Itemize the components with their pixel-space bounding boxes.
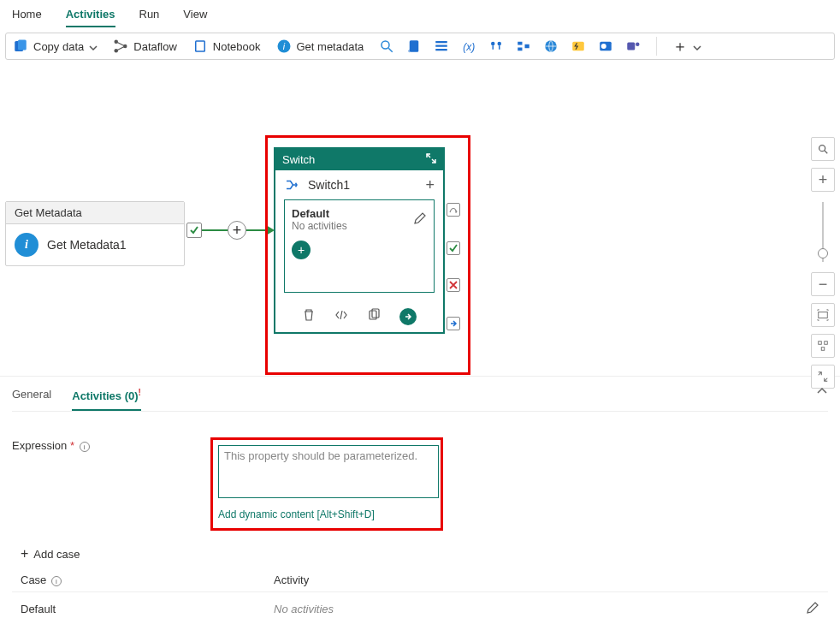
- info-icon[interactable]: i: [80, 442, 90, 452]
- svg-point-9: [382, 41, 389, 49]
- zoom-slider[interactable]: [822, 202, 824, 262]
- svg-rect-34: [821, 348, 825, 351]
- tab-activities[interactable]: Activities (0)!: [72, 385, 141, 411]
- notebook-button[interactable]: Notebook: [192, 39, 261, 54]
- case-activity: No activities: [274, 603, 785, 615]
- add-case-button[interactable]: + Add case: [21, 546, 828, 562]
- svg-rect-18: [518, 42, 523, 45]
- activity-column-label: Activity: [274, 573, 309, 586]
- svg-point-4: [123, 45, 127, 49]
- zoom-out-button[interactable]: −: [811, 272, 835, 296]
- switch-default-case[interactable]: Default No activities +: [284, 199, 435, 293]
- add-activity-button[interactable]: +: [292, 241, 311, 259]
- svg-rect-6: [196, 42, 204, 51]
- zoom-slider-handle[interactable]: [818, 248, 828, 258]
- info-icon[interactable]: i: [51, 576, 62, 586]
- config-icon[interactable]: [488, 39, 504, 54]
- svg-rect-13: [436, 45, 448, 47]
- zoom-in-button[interactable]: +: [811, 168, 835, 192]
- svg-rect-31: [819, 312, 828, 318]
- svg-rect-12: [436, 41, 448, 43]
- switch-name-row: Switch1 +: [275, 170, 443, 199]
- svg-point-29: [819, 146, 825, 152]
- svg-line-10: [389, 48, 393, 52]
- svg-rect-11: [410, 40, 419, 52]
- pipeline-canvas[interactable]: Get Metadata i Get Metadata1 + Switch Sw…: [0, 60, 840, 377]
- code-icon[interactable]: [334, 308, 348, 325]
- copy-data-button[interactable]: Copy data: [13, 39, 98, 54]
- case-table-header: Case i Activity: [12, 568, 828, 592]
- case-column-label: Case: [21, 573, 46, 586]
- plus-icon: +: [21, 546, 28, 562]
- top-nav: Home Activities Run View: [0, 0, 840, 27]
- switch-node-name: Switch1: [308, 178, 350, 192]
- expression-row: Expression * i Add dynamic content [Alt+…: [12, 437, 828, 531]
- list-icon[interactable]: [434, 39, 449, 54]
- svg-rect-32: [819, 342, 822, 345]
- power-icon[interactable]: [571, 39, 586, 54]
- add-case-icon[interactable]: +: [425, 179, 435, 191]
- search-canvas-icon[interactable]: [811, 137, 835, 161]
- pencil-icon[interactable]: [806, 604, 819, 617]
- svg-point-24: [601, 44, 606, 49]
- toolbar-separator: [656, 37, 657, 56]
- chevron-down-icon: [89, 42, 98, 51]
- svg-point-2: [115, 40, 119, 45]
- zoom-controls: + −: [811, 137, 835, 389]
- highlight-box: Add dynamic content [Alt+Shift+D]: [210, 437, 443, 531]
- dataflow-label: Dataflow: [133, 40, 177, 53]
- tab-run[interactable]: Run: [139, 5, 160, 27]
- get-metadata-node[interactable]: Get Metadata i Get Metadata1: [5, 201, 185, 266]
- get-metadata-node-body: i Get Metadata1: [6, 224, 184, 265]
- search-icon[interactable]: [379, 39, 394, 54]
- copy-data-icon: [13, 39, 28, 54]
- dataflow-icon: [113, 39, 128, 54]
- outlook-icon[interactable]: [598, 39, 613, 54]
- auto-layout-icon[interactable]: [811, 334, 835, 358]
- web-icon[interactable]: [543, 39, 559, 54]
- dataflow-button[interactable]: Dataflow: [113, 39, 177, 54]
- success-port[interactable]: [186, 223, 202, 238]
- switch-node[interactable]: Switch Switch1 + Default No activities +: [274, 147, 445, 334]
- skip-port[interactable]: [447, 203, 460, 217]
- copy-icon[interactable]: [367, 308, 381, 325]
- tab-home[interactable]: Home: [12, 5, 42, 27]
- script-icon[interactable]: [406, 39, 422, 54]
- fit-screen-icon[interactable]: [811, 303, 835, 327]
- svg-point-3: [115, 49, 119, 53]
- teams-icon[interactable]: [625, 39, 641, 54]
- variable-icon[interactable]: (x): [461, 39, 476, 54]
- case-row-default: Default No activities: [12, 592, 828, 618]
- activities-toolbar: Copy data Dataflow Notebook i Get metada…: [5, 33, 835, 60]
- switch-icon: [284, 177, 299, 193]
- svg-rect-22: [573, 42, 585, 51]
- svg-rect-25: [628, 43, 636, 51]
- tab-view[interactable]: View: [183, 5, 207, 27]
- default-case-sub: No activities: [292, 220, 347, 232]
- notebook-icon: [192, 39, 208, 54]
- expression-input[interactable]: [218, 445, 439, 498]
- run-icon[interactable]: [399, 308, 417, 325]
- case-name: Default: [21, 603, 274, 615]
- svg-point-17: [498, 42, 502, 46]
- get-metadata-button[interactable]: i Get metadata: [276, 39, 364, 54]
- fail-port[interactable]: [447, 278, 460, 292]
- expression-label: Expression * i: [12, 437, 210, 531]
- tab-general[interactable]: General: [12, 385, 51, 411]
- add-connector-port[interactable]: +: [228, 221, 246, 240]
- toolbar-icon-row: (x): [379, 39, 641, 54]
- default-case-label: Default: [292, 207, 347, 220]
- get-metadata-label: Get metadata: [297, 40, 364, 53]
- completion-port[interactable]: [447, 317, 460, 330]
- tab-activities[interactable]: Activities: [66, 5, 115, 27]
- properties-tabs: General Activities (0)!: [12, 385, 828, 412]
- delete-icon[interactable]: [302, 308, 316, 325]
- success-port[interactable]: [447, 241, 460, 255]
- collapse-pane-icon[interactable]: [816, 385, 828, 400]
- add-dynamic-content-link[interactable]: Add dynamic content [Alt+Shift+D]: [218, 508, 435, 520]
- get-metadata-node-title: Get Metadata: [6, 202, 184, 224]
- expand-icon[interactable]: [426, 153, 436, 166]
- add-activity-button[interactable]: ＋: [672, 40, 701, 52]
- pencil-icon[interactable]: [413, 211, 427, 228]
- align-icon[interactable]: [516, 39, 531, 54]
